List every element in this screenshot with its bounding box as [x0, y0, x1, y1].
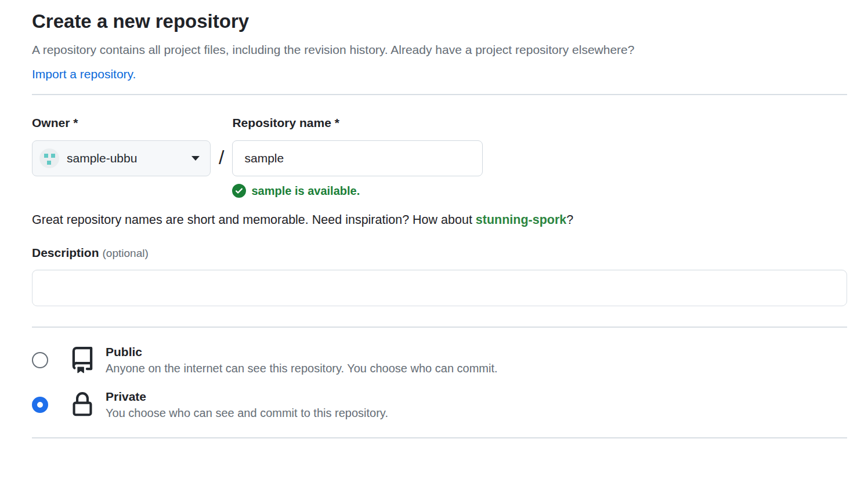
availability-text: sample is available.: [251, 184, 360, 198]
description-optional-hint: (optional): [103, 247, 149, 259]
private-radio[interactable]: [32, 397, 48, 413]
repository-name-label: Repository name *: [232, 116, 483, 130]
inspiration-text-after: ?: [566, 213, 573, 227]
visibility-option-private[interactable]: Private You choose who can see and commi…: [32, 390, 847, 420]
check-circle-icon: [232, 184, 246, 198]
owner-field: Owner * sample-ubbu: [32, 116, 211, 198]
section-divider: [32, 437, 847, 438]
section-divider: [32, 327, 847, 328]
visibility-option-public[interactable]: Public Anyone on the internet can see th…: [32, 345, 847, 375]
owner-repo-row: Owner * sample-ubbu / Repository name * …: [32, 116, 847, 198]
availability-message: sample is available.: [232, 184, 483, 198]
section-divider: [32, 94, 847, 95]
private-option-text: Private You choose who can see and commi…: [106, 390, 388, 420]
import-repository-link[interactable]: Import a repository.: [32, 67, 136, 81]
create-repository-page: Create a new repository A repository con…: [32, 0, 847, 438]
public-radio[interactable]: [32, 352, 48, 368]
owner-dropdown[interactable]: sample-ubbu: [32, 140, 211, 176]
owner-dropdown-label: sample-ubbu: [67, 151, 137, 165]
public-option-label: Public: [106, 345, 498, 359]
repository-name-field: Repository name * sample is available.: [232, 116, 483, 198]
owner-label: Owner *: [32, 116, 211, 130]
owner-avatar: [39, 148, 59, 168]
description-field: Description(optional): [32, 246, 847, 306]
identicon-avatar: [44, 154, 48, 158]
page-subtitle: A repository contains all project files,…: [32, 42, 847, 58]
page-title: Create a new repository: [32, 10, 847, 32]
public-option-text: Public Anyone on the internet can see th…: [106, 345, 498, 375]
public-option-description: Anyone on the internet can see this repo…: [106, 362, 498, 375]
owner-repo-separator: /: [219, 146, 224, 198]
lock-icon: [68, 391, 96, 418]
description-input[interactable]: [32, 270, 847, 306]
repository-name-input[interactable]: [232, 140, 483, 176]
private-option-label: Private: [106, 390, 388, 404]
inspiration-text-before: Great repository names are short and mem…: [32, 213, 476, 227]
chevron-down-icon: [191, 156, 200, 161]
repo-icon: [68, 347, 96, 373]
description-label: Description: [32, 246, 99, 259]
inspiration-line: Great repository names are short and mem…: [32, 213, 847, 227]
suggestion-link[interactable]: stunning-spork: [476, 213, 566, 227]
private-option-description: You choose who can see and commit to thi…: [106, 407, 388, 420]
